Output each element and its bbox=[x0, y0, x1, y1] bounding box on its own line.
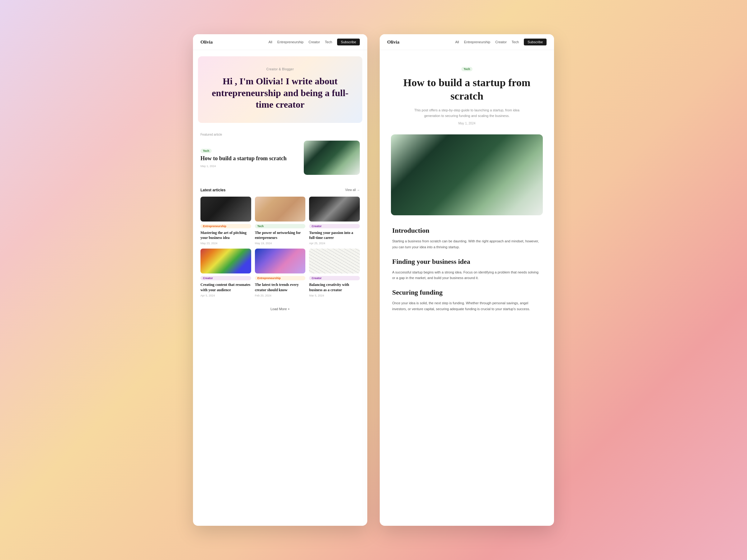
article-tag-4: Creator bbox=[201, 276, 251, 280]
hero-subtitle: Creator & Blogger bbox=[210, 68, 350, 71]
article-image-6 bbox=[309, 248, 360, 273]
subscribe-button-left[interactable]: Subscribe bbox=[337, 38, 360, 46]
left-browser-window: Olivia All Entrepreneurship Creator Tech… bbox=[193, 34, 367, 526]
article-title-6: Balancing creativity with business as a … bbox=[309, 282, 360, 293]
article-image-visual-4 bbox=[201, 248, 251, 273]
nav-links-right: All Entrepreneurship Creator Tech Subscr… bbox=[455, 38, 546, 46]
article-card-2[interactable]: Tech The power of networking for entrepr… bbox=[255, 196, 306, 245]
article-image-visual-6 bbox=[309, 248, 360, 273]
featured-tag: Tech bbox=[201, 149, 212, 153]
nav-right: Olivia All Entrepreneurship Creator Tech… bbox=[380, 34, 554, 50]
article-card-3[interactable]: Creator Turning your passion into a full… bbox=[309, 196, 360, 245]
subscribe-button-right[interactable]: Subscribe bbox=[524, 38, 546, 46]
article-tag-1: Entrepreneurship bbox=[201, 224, 251, 229]
article-title-2: The power of networking for entrepreneur… bbox=[255, 230, 306, 241]
article-content: Introduction Starting a business from sc… bbox=[380, 226, 554, 312]
nav-link-tech[interactable]: Tech bbox=[325, 40, 332, 44]
latest-title: Latest articles bbox=[201, 188, 226, 192]
article-main-image-wrapper bbox=[380, 134, 554, 215]
article-date-4: Apr 5, 2024 bbox=[201, 294, 251, 297]
article-card-5[interactable]: Entrepreneurship The latest tech trends … bbox=[255, 248, 306, 297]
article-hero-tag: Tech bbox=[461, 67, 472, 71]
right-browser-window: Olivia All Entrepreneurship Creator Tech… bbox=[380, 34, 554, 526]
article-title-1: Mastering the art of pitching your busin… bbox=[201, 230, 251, 241]
view-all-link[interactable]: View all → bbox=[345, 188, 360, 192]
article-title-5: The latest tech trends every creator sho… bbox=[255, 282, 306, 293]
section-heading-3: Securing funding bbox=[392, 288, 542, 296]
nav-logo-right: Olivia bbox=[387, 39, 399, 45]
article-image-visual-3 bbox=[309, 196, 360, 221]
article-tag-2: Tech bbox=[255, 224, 306, 229]
article-card-1[interactable]: Entrepreneurship Mastering the art of pi… bbox=[201, 196, 251, 245]
featured-image-visual bbox=[304, 141, 360, 175]
article-image-3 bbox=[309, 196, 360, 221]
article-title-4: Creating content that resonates with you… bbox=[201, 282, 251, 293]
nav-left: Olivia All Entrepreneurship Creator Tech… bbox=[193, 34, 367, 50]
nav-link-all[interactable]: All bbox=[268, 40, 272, 44]
hero-title: Hi , I'm Olivia! I write about entrepren… bbox=[210, 75, 350, 110]
article-card-6[interactable]: Creator Balancing creativity with busine… bbox=[309, 248, 360, 297]
section-heading-2: Finding your business idea bbox=[392, 258, 542, 266]
article-title-3: Turning your passion into a full-time ca… bbox=[309, 230, 360, 241]
article-tag-5: Entrepreneurship bbox=[255, 276, 306, 280]
article-image-1 bbox=[201, 196, 251, 221]
article-card-4[interactable]: Creator Creating content that resonates … bbox=[201, 248, 251, 297]
article-image-visual-1 bbox=[201, 196, 251, 221]
nav-link-creator-r[interactable]: Creator bbox=[495, 40, 507, 44]
section-body-1: Starting a business from scratch can be … bbox=[392, 238, 542, 250]
article-tag-3: Creator bbox=[309, 224, 360, 229]
article-tag-6: Creator bbox=[309, 276, 360, 280]
nav-link-all-r[interactable]: All bbox=[455, 40, 459, 44]
nav-link-entrepreneurship-r[interactable]: Entrepreneurship bbox=[464, 40, 490, 44]
article-hero: Tech How to build a startup from scratch… bbox=[380, 50, 554, 134]
featured-date: May 1, 2024 bbox=[201, 165, 299, 168]
load-more-section: Load More + bbox=[193, 301, 367, 316]
featured-label: Featured article bbox=[201, 133, 360, 136]
featured-content: Tech How to build a startup from scratch… bbox=[201, 148, 299, 168]
article-hero-title: How to build a startup from scratch bbox=[386, 76, 548, 103]
nav-link-creator[interactable]: Creator bbox=[308, 40, 320, 44]
nav-links-left: All Entrepreneurship Creator Tech Subscr… bbox=[268, 38, 360, 46]
articles-grid: Entrepreneurship Mastering the art of pi… bbox=[201, 196, 360, 297]
latest-header: Latest articles View all → bbox=[201, 188, 360, 192]
load-more-button[interactable]: Load More + bbox=[271, 307, 290, 311]
article-image-5 bbox=[255, 248, 306, 273]
article-image-visual-5 bbox=[255, 248, 306, 273]
latest-section: Latest articles View all → Entrepreneurs… bbox=[193, 184, 367, 301]
article-date-5: Feb 20, 2024 bbox=[255, 294, 306, 297]
section-body-2: A successful startup begins with a stron… bbox=[392, 269, 542, 281]
nav-logo-left: Olivia bbox=[201, 39, 212, 45]
section-body-3: Once your idea is solid, the next step i… bbox=[392, 300, 542, 312]
article-main-image-visual bbox=[391, 134, 543, 215]
article-image-2 bbox=[255, 196, 306, 221]
article-hero-date: May 1, 2024 bbox=[386, 122, 548, 125]
hero-section: Creator & Blogger Hi , I'm Olivia! I wri… bbox=[198, 56, 362, 123]
featured-image bbox=[304, 141, 360, 175]
nav-link-tech-r[interactable]: Tech bbox=[512, 40, 519, 44]
article-date-3: Apr 25, 2024 bbox=[309, 242, 360, 245]
article-date-6: Mar 5, 2024 bbox=[309, 294, 360, 297]
article-main-image bbox=[391, 134, 543, 215]
featured-title: How to build a startup from scratch bbox=[201, 155, 299, 162]
section-heading-1: Introduction bbox=[392, 226, 542, 235]
featured-card[interactable]: Tech How to build a startup from scratch… bbox=[201, 139, 360, 176]
article-date-1: May 23, 2024 bbox=[201, 242, 251, 245]
article-image-visual-2 bbox=[255, 196, 306, 221]
article-date-2: May 19, 2024 bbox=[255, 242, 306, 245]
featured-section: Featured article Tech How to build a sta… bbox=[193, 129, 367, 180]
article-hero-desc: This post offers a step-by-step guide to… bbox=[414, 108, 520, 118]
nav-link-entrepreneurship[interactable]: Entrepreneurship bbox=[277, 40, 304, 44]
article-image-4 bbox=[201, 248, 251, 273]
